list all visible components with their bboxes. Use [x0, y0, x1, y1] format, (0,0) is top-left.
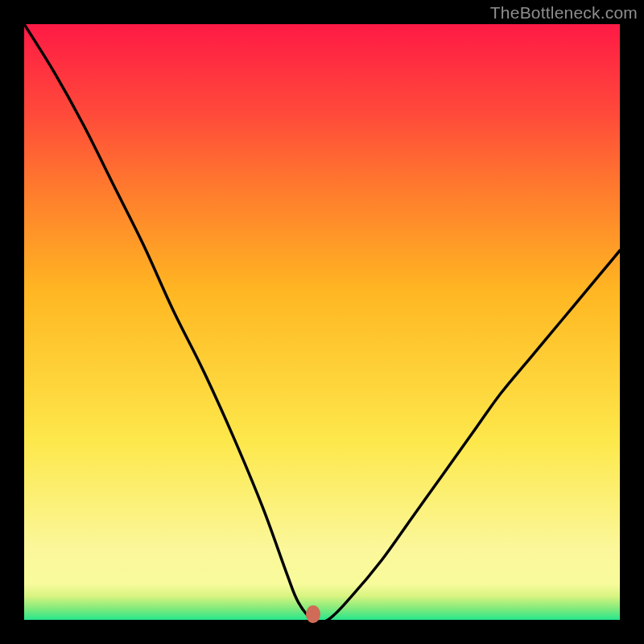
chart-frame: TheBottleneck.com — [0, 0, 644, 644]
watermark-text: TheBottleneck.com — [490, 3, 638, 23]
bottleneck-curve — [24, 24, 620, 620]
optimal-point-marker — [306, 605, 320, 623]
plot-area — [24, 24, 620, 620]
curve-svg — [24, 24, 620, 620]
